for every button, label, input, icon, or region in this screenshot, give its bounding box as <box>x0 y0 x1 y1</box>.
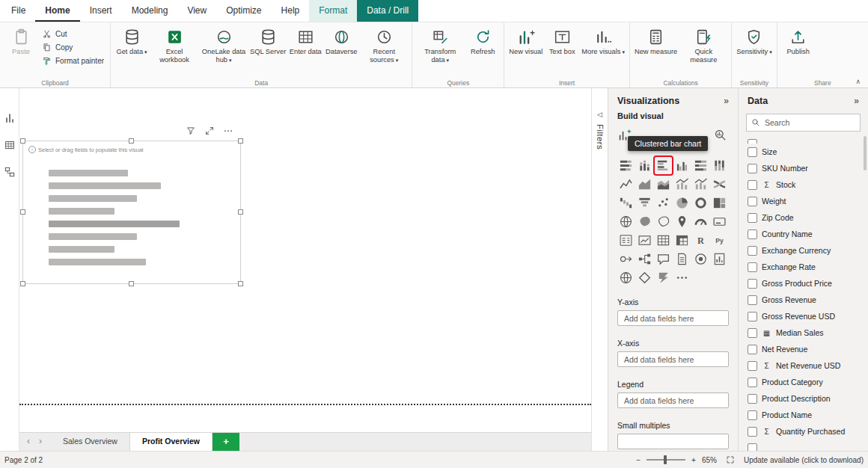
visual-clustered-column-chart[interactable] <box>673 157 691 174</box>
visual-power-automate[interactable] <box>655 269 672 286</box>
visual-pie-chart[interactable] <box>673 194 691 212</box>
visual-smart-narrative[interactable] <box>673 250 691 268</box>
field-row[interactable]: Gross Product Price <box>739 275 868 292</box>
empty-visual-placeholder[interactable]: i Select or drag fields to populate this… <box>22 141 241 284</box>
tab-format[interactable]: Format <box>309 0 357 22</box>
field-row[interactable]: Gross Revenue USD <box>739 308 868 324</box>
visual-treemap[interactable] <box>711 194 728 212</box>
visual-filled-map[interactable] <box>636 213 653 230</box>
visual-area-chart[interactable] <box>636 176 653 193</box>
field-checkbox[interactable] <box>748 345 757 354</box>
visual-multi-row-card[interactable] <box>617 232 635 249</box>
new-visual-button[interactable]: New visual <box>507 25 544 73</box>
field-checkbox[interactable] <box>748 164 757 173</box>
scrollbar[interactable] <box>864 136 867 170</box>
visual-stacked-area-chart[interactable] <box>655 176 672 193</box>
field-row[interactable]: Product Category <box>739 374 868 390</box>
legend-well[interactable]: Add data fields here <box>617 392 729 408</box>
tab-home[interactable]: Home <box>35 0 79 22</box>
enter-data-button[interactable]: Enter data <box>287 25 323 73</box>
zoom-level[interactable]: 65% <box>702 456 720 464</box>
field-checkbox[interactable] <box>748 279 757 289</box>
fit-to-page-icon[interactable] <box>726 455 735 464</box>
paste-button[interactable]: Paste <box>3 25 39 73</box>
field-checkbox[interactable] <box>748 394 757 404</box>
visual-line-and-clustered-column-chart[interactable] <box>692 176 709 193</box>
expand-pane-icon[interactable]: ◁ <box>597 111 602 118</box>
visual-key-influencers[interactable] <box>617 250 635 268</box>
field-checkbox[interactable] <box>748 378 757 387</box>
model-view-button[interactable] <box>0 163 19 181</box>
field-checkbox[interactable] <box>748 443 757 452</box>
field-row[interactable]: Exchange Currency <box>739 242 868 259</box>
tab-optimize[interactable]: Optimize <box>216 0 271 22</box>
page-tab-sales-overview[interactable]: Sales Overview <box>51 433 129 451</box>
sql-server-button[interactable]: SQL Server <box>248 25 287 73</box>
filters-pane-collapsed[interactable]: ◁ Filters <box>591 88 608 451</box>
visual-table[interactable] <box>655 232 672 249</box>
visual-scatter-chart[interactable] <box>655 194 672 212</box>
field-checkbox[interactable] <box>748 197 757 206</box>
visual-stacked-bar-chart[interactable] <box>617 157 635 174</box>
publish-button[interactable]: Publish <box>780 25 816 73</box>
field-row[interactable]: Exchange Rate <box>739 259 868 275</box>
field-checkbox[interactable] <box>748 147 757 157</box>
onelake-data-hub-button[interactable]: OneLake data hub▾ <box>199 25 248 73</box>
field-checkbox[interactable] <box>748 262 757 272</box>
field-row[interactable]: ▦ Median Sales <box>739 324 868 341</box>
sensitivity-button[interactable]: Sensitivity▾ <box>735 25 773 73</box>
visual-stacked-column-chart[interactable] <box>636 157 653 174</box>
more-visuals-button[interactable]: More visuals▾ <box>580 25 626 73</box>
resize-handle[interactable] <box>238 209 243 215</box>
transform-data-button[interactable]: Transform data▾ <box>415 25 465 73</box>
zoom-out-icon[interactable]: − <box>636 456 641 464</box>
analytics-tab-icon[interactable] <box>713 128 727 142</box>
visual-azure-map[interactable] <box>673 213 691 230</box>
tab-data-drill[interactable]: Data / Drill <box>357 0 418 22</box>
field-row[interactable] <box>739 440 868 451</box>
field-row[interactable]: Weight <box>739 193 868 209</box>
visual-r-script[interactable] <box>692 232 709 249</box>
text-box-button[interactable]: Text box <box>544 25 580 73</box>
get-data-button[interactable]: Get data▾ <box>114 25 150 73</box>
visual-get-more[interactable] <box>673 269 691 286</box>
field-checkbox[interactable] <box>748 246 757 256</box>
table-view-button[interactable] <box>0 136 19 154</box>
copy-button[interactable]: Copy <box>39 40 107 54</box>
field-row[interactable]: Σ Quantity Purchased <box>739 423 868 440</box>
tab-modeling[interactable]: Modeling <box>122 0 178 22</box>
field-checkbox[interactable] <box>748 213 757 223</box>
field-checkbox[interactable] <box>748 180 757 190</box>
visual-waterfall-chart[interactable] <box>617 194 635 212</box>
next-page-icon[interactable]: › <box>34 433 46 451</box>
field-checkbox[interactable] <box>748 328 757 338</box>
field-row[interactable]: SKU Number <box>739 160 868 176</box>
visual-gauge[interactable] <box>692 213 709 230</box>
visual-card[interactable] <box>711 213 728 230</box>
field-row[interactable]: Size <box>739 144 868 160</box>
field-checkbox[interactable] <box>748 361 757 371</box>
small-multiples-well[interactable] <box>617 434 729 449</box>
visual-arcgis-map[interactable] <box>617 269 635 286</box>
visual-100-stacked-column-chart[interactable] <box>711 157 728 174</box>
filter-icon[interactable] <box>186 126 196 136</box>
field-row[interactable]: Zip Code <box>739 209 868 226</box>
field-row[interactable]: Product Name <box>739 407 868 423</box>
focus-mode-icon[interactable] <box>204 126 215 136</box>
visual-python[interactable] <box>711 232 728 249</box>
field-checkbox[interactable] <box>748 312 757 321</box>
tab-view[interactable]: View <box>177 0 216 22</box>
field-row-partial[interactable] <box>739 136 868 144</box>
dataverse-button[interactable]: Dataverse <box>323 25 359 73</box>
visual-funnel-chart[interactable] <box>636 194 653 212</box>
visual-line-and-stacked-column-chart[interactable] <box>673 176 691 193</box>
field-row[interactable]: Σ Net Revenue USD <box>739 357 868 374</box>
resize-handle[interactable] <box>20 281 25 286</box>
visual-q-and-a[interactable] <box>655 250 672 268</box>
visual-power-apps[interactable] <box>636 269 653 286</box>
visual-ribbon-chart[interactable] <box>711 176 728 193</box>
field-checkbox[interactable] <box>748 230 757 239</box>
field-row[interactable]: Σ Stock <box>739 176 868 193</box>
visual-line-chart[interactable] <box>617 176 635 193</box>
more-options-icon[interactable] <box>223 126 233 136</box>
